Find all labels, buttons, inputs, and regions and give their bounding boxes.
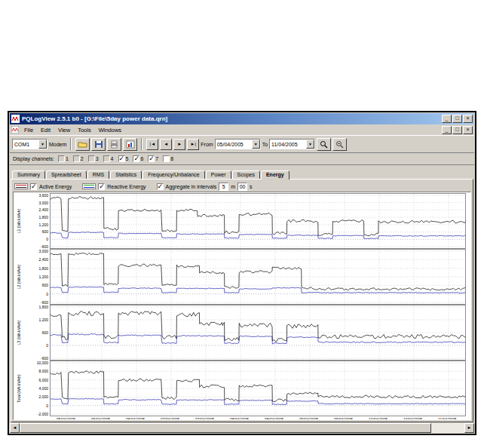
active-energy-swatch xyxy=(14,183,28,189)
y-tick-label: 3,000 xyxy=(38,201,48,205)
menu-item-tools[interactable]: Tools xyxy=(74,126,95,134)
tab-power[interactable]: Power xyxy=(206,170,231,179)
minimize-button[interactable]: _ xyxy=(442,115,452,123)
horizontal-scrollbar[interactable]: ◄ ► xyxy=(10,423,474,433)
y-tick-label: 2,400 xyxy=(38,257,48,262)
y-tick-label: -600 xyxy=(41,244,48,249)
toolbar-separator xyxy=(141,138,142,150)
chart-panel-l1: 3,6003,0002,4001,8001,2006000-600L1 (Wh … xyxy=(15,193,470,249)
maximize-button[interactable]: □ xyxy=(452,115,462,123)
channel-checkbox-5[interactable] xyxy=(118,155,125,162)
magnifier-icon xyxy=(320,140,328,149)
app-window: PQLogView 2.5.1 b0 - [G:\File\5day power… xyxy=(9,112,475,434)
y-tick-label: 600 xyxy=(42,283,49,287)
toolbar: COM1 ▼ Modem |◄ ◄ ► ►| From xyxy=(10,136,474,153)
channel-number-label: 4 xyxy=(111,156,114,161)
from-date-select[interactable]: 05/04/2005 ▼ xyxy=(215,139,261,149)
menu-item-file[interactable]: File xyxy=(20,126,37,134)
tab-rms[interactable]: RMS xyxy=(87,170,110,179)
y-tick-label: 6,000 xyxy=(38,378,48,382)
tab-spreadsheet[interactable]: Spreadsheet xyxy=(46,170,87,179)
nav-prev-button[interactable]: ◄ xyxy=(160,139,172,150)
channel-checkbox-4[interactable] xyxy=(103,155,110,162)
aggregate-checkbox[interactable] xyxy=(157,183,164,190)
reactive-energy-checkbox[interactable] xyxy=(98,183,105,190)
tab-statistics[interactable]: Statistics xyxy=(110,170,142,179)
app-icon xyxy=(11,115,20,123)
modem-label: Modem xyxy=(49,142,66,147)
channels-label: Display channels: xyxy=(13,156,54,161)
y-tick-label: 2,000 xyxy=(38,394,48,399)
channel-7: 7 xyxy=(148,155,158,162)
zoom-in-button[interactable] xyxy=(317,138,331,151)
channel-checkbox-3[interactable] xyxy=(88,155,95,162)
channel-checkbox-6[interactable] xyxy=(133,155,139,162)
nav-first-button[interactable]: |◄ xyxy=(146,139,158,150)
x-axis-label: 08/04/2005 xyxy=(230,417,249,420)
scroll-right-button[interactable]: ► xyxy=(464,423,474,433)
nav-next-button[interactable]: ► xyxy=(173,139,185,150)
x-axis-label: 09/04/2005 xyxy=(299,417,318,420)
tab-frequency-unbalance[interactable]: Frequency/Unbalance xyxy=(142,170,205,179)
x-axis-label: 10/04/2005 xyxy=(403,417,422,420)
y-tick-label: 1,200 xyxy=(38,222,48,227)
channel-number-label: 7 xyxy=(155,156,158,161)
title-bar[interactable]: PQLogView 2.5.1 b0 - [G:\File\5day power… xyxy=(10,113,474,124)
channel-number-label: 6 xyxy=(140,156,143,161)
y-tick-label: 4,000 xyxy=(38,386,48,391)
aggregate-label: Aggregate in intervals xyxy=(166,184,217,189)
child-close-button[interactable]: × xyxy=(463,126,473,134)
document-icon xyxy=(11,126,19,133)
com-port-select[interactable]: COM1 ▼ xyxy=(12,139,47,149)
x-axis-label: 11/04/2005 xyxy=(438,417,457,420)
chart-box: 3,6003,0002,4001,8001,2006000-600L1 (Wh … xyxy=(13,192,471,420)
report-button[interactable] xyxy=(123,138,137,151)
menu-item-view[interactable]: View xyxy=(54,126,74,134)
active-energy-legend: Active Energy xyxy=(14,183,72,190)
tab-energy[interactable]: Energy xyxy=(261,170,289,180)
y-axis-title: L2 (Wh kVArh) xyxy=(17,264,21,289)
close-button[interactable]: × xyxy=(463,115,473,123)
y-tick-label: 1,200 xyxy=(38,318,48,322)
active-energy-checkbox[interactable] xyxy=(30,183,37,190)
x-axis-label: 10/04/2005 xyxy=(369,417,388,420)
y-tick-label: 600 xyxy=(42,330,49,335)
menu-item-windows[interactable]: Windows xyxy=(95,126,125,134)
channel-number-label: 1 xyxy=(66,156,69,161)
channel-number-label: 3 xyxy=(96,156,99,161)
save-button[interactable] xyxy=(91,138,106,151)
aggregate-minutes-field[interactable]: 5 xyxy=(219,183,228,191)
chevron-down-icon[interactable]: ▼ xyxy=(38,140,47,149)
window-title: PQLogView 2.5.1 b0 - [G:\File\5day power… xyxy=(22,115,440,122)
tab-scopes[interactable]: Scopes xyxy=(232,170,260,179)
chart-panel-l2: 3,0002,4001,8001,2006000-600L2 (Wh kVArh… xyxy=(15,249,470,305)
y-axis-title: L3 (Wh kVArh) xyxy=(17,320,21,345)
tab-summary[interactable]: Summary xyxy=(12,170,45,179)
scrollbar-thumb[interactable] xyxy=(20,423,431,433)
nav-last-button[interactable]: ►| xyxy=(187,139,199,150)
folder-icon xyxy=(78,140,87,149)
from-date-value: 05/04/2005 xyxy=(217,142,250,147)
channel-number-label: 8 xyxy=(170,156,173,161)
child-minimize-button[interactable]: _ xyxy=(442,126,452,134)
zoom-out-button[interactable] xyxy=(332,138,347,151)
tab-strip: SummarySpreadsheetRMSStatisticsFrequency… xyxy=(10,165,474,179)
menu-item-edit[interactable]: Edit xyxy=(37,126,54,134)
chevron-down-icon[interactable]: ▼ xyxy=(252,140,260,149)
to-date-select[interactable]: 11/04/2005 ▼ xyxy=(269,139,315,149)
channel-number-label: 5 xyxy=(126,156,129,161)
y-tick-label: 0 xyxy=(46,343,48,348)
open-button[interactable] xyxy=(75,138,90,151)
aggregate-seconds-field[interactable]: 00 xyxy=(237,183,247,191)
scroll-left-button[interactable]: ◄ xyxy=(10,423,20,433)
energy-tab-panel: Active Energy Reactive Energy Aggregate … xyxy=(11,179,473,422)
chevron-down-icon[interactable]: ▼ xyxy=(306,140,314,149)
legend-row: Active Energy Reactive Energy Aggregate … xyxy=(13,181,471,192)
child-restore-button[interactable]: □ xyxy=(452,126,462,134)
channel-checkbox-7[interactable] xyxy=(148,155,155,162)
print-button[interactable] xyxy=(107,138,121,151)
channel-checkbox-8[interactable] xyxy=(163,155,170,162)
x-axis-label: 05/04/2005 xyxy=(57,417,75,420)
channel-checkbox-2[interactable] xyxy=(73,155,80,162)
channel-checkbox-1[interactable] xyxy=(58,155,65,162)
